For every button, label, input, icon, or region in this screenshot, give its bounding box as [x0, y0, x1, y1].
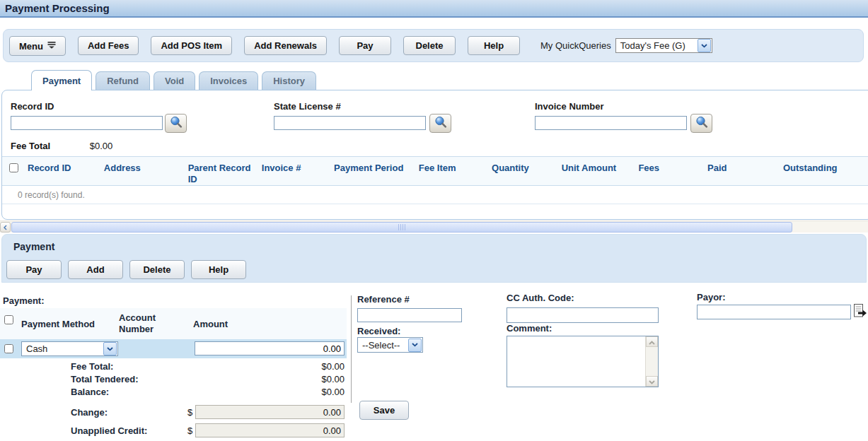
fee-total-summary-label: Fee Total: — [71, 361, 113, 372]
chevron-left-icon — [4, 222, 7, 233]
column-divider — [351, 295, 352, 403]
change-input — [195, 405, 345, 419]
reference-label: Reference # — [357, 294, 410, 305]
add-renewals-button[interactable]: Add Renewals — [244, 36, 327, 55]
fee-column-fees: Fees — [631, 157, 700, 185]
comment-field — [507, 336, 659, 387]
fee-total-summary-value: $0.00 — [212, 361, 345, 372]
payment-form-label: Payment: — [3, 295, 45, 306]
fee-table-empty-row: 0 record(s) found. — [2, 186, 868, 204]
invoice-number-label: Invoice Number — [535, 101, 604, 112]
cc-auth-code-label: CC Auth. Code: — [507, 293, 574, 303]
balance-value: $0.00 — [212, 387, 345, 397]
fee-column-record-id: Record ID — [21, 157, 97, 185]
delete-button[interactable]: Delete — [403, 36, 456, 55]
payor-label: Payor: — [697, 292, 725, 302]
chevron-down-icon — [103, 342, 117, 355]
tab-history[interactable]: History — [262, 71, 316, 90]
fee-total-row: Fee Total $0.00 — [11, 141, 112, 151]
column-payment-method: Payment Method — [21, 319, 95, 329]
select-all-checkbox[interactable] — [9, 163, 18, 172]
received-select[interactable]: --Select-- — [357, 337, 423, 353]
chevron-up-icon — [649, 336, 655, 347]
pay-button[interactable]: Pay — [339, 36, 391, 55]
invoice-number-input[interactable] — [535, 116, 687, 130]
record-id-label: Record ID — [11, 101, 54, 112]
scrollbar-grip — [398, 224, 405, 230]
state-license-input[interactable] — [274, 116, 426, 130]
fee-total-value: $0.00 — [90, 141, 113, 151]
column-account-number: Account Number — [119, 312, 168, 335]
section-help-button[interactable]: Help — [191, 260, 246, 279]
payment-method-select[interactable]: Cash — [21, 341, 118, 356]
payment-section-buttons: Pay Add Delete Help — [6, 260, 246, 279]
change-label: Change: — [71, 407, 108, 418]
quickqueries-select[interactable]: Today's Fee (G) — [615, 38, 712, 53]
page-title: Payment Processing — [0, 0, 868, 14]
unapplied-credit-label: Unapplied Credit: — [71, 425, 147, 436]
scrollbar-thumb[interactable] — [11, 222, 792, 233]
fee-column-payment-period: Payment Period — [327, 157, 412, 185]
fee-column-fee-item: Fee Item — [412, 157, 485, 185]
received-label: Received: — [357, 326, 400, 336]
tab-bar: Payment Refund Void Invoices History — [31, 71, 320, 90]
fee-column-unit-amount: Unit Amount — [555, 157, 632, 185]
record-id-input[interactable] — [11, 116, 163, 130]
fee-column-paid: Paid — [700, 157, 776, 185]
payment-method-table-header: Payment Method Account Number Amount — [0, 308, 347, 339]
payor-lookup-button[interactable] — [853, 303, 867, 319]
record-id-search-button[interactable] — [165, 114, 187, 133]
tab-payment[interactable]: Payment — [31, 70, 92, 90]
section-pay-button[interactable]: Pay — [6, 260, 62, 279]
quickqueries-label: My QuickQueries — [540, 40, 611, 51]
scroll-up-button[interactable] — [646, 336, 658, 347]
section-delete-button[interactable]: Delete — [129, 260, 185, 279]
fee-total-label: Fee Total — [11, 141, 50, 151]
state-license-search-button[interactable] — [429, 114, 451, 133]
chevron-down-icon — [649, 376, 655, 387]
payment-method-row: Cash — [0, 339, 347, 358]
amount-input[interactable] — [195, 341, 345, 355]
search-icon — [434, 115, 448, 131]
section-add-button[interactable]: Add — [68, 260, 123, 279]
fee-column-address: Address — [97, 157, 181, 185]
unapplied-currency-prefix: $ — [187, 425, 192, 436]
change-currency-prefix: $ — [187, 407, 192, 418]
add-pos-item-button[interactable]: Add POS Item — [151, 36, 232, 55]
menu-dropdown-icon — [47, 40, 56, 51]
payment-method-selected-value: Cash — [22, 343, 103, 354]
title-bar: Payment Processing — [0, 0, 868, 18]
fee-column-invoice: Invoice # — [255, 157, 327, 185]
payment-section-panel: Payment Pay Add Delete Help — [1, 234, 867, 283]
state-license-label: State License # — [274, 101, 341, 112]
save-button[interactable]: Save — [359, 401, 409, 420]
payment-tab-panel: Record ID State License # Invoice Number… — [1, 90, 868, 220]
reference-input[interactable] — [357, 308, 462, 322]
unapplied-credit-input — [195, 423, 345, 437]
payment-rows-select-all-checkbox[interactable] — [4, 315, 13, 324]
scroll-down-button[interactable] — [646, 376, 658, 387]
scroll-left-button[interactable] — [0, 222, 11, 233]
fee-column-parent-record: Parent Record ID — [181, 157, 255, 185]
fee-column-quantity: Quantity — [485, 157, 555, 185]
payor-input[interactable] — [697, 305, 851, 319]
tab-refund[interactable]: Refund — [96, 71, 150, 90]
payor-lookup-icon — [853, 310, 867, 321]
total-tendered-value: $0.00 — [212, 374, 345, 384]
cc-auth-code-input[interactable] — [507, 307, 659, 323]
add-fees-button[interactable]: Add Fees — [78, 36, 139, 55]
total-tendered-label: Total Tendered: — [71, 374, 139, 384]
search-icon — [695, 115, 709, 131]
chevron-down-icon — [408, 339, 422, 352]
payment-row-checkbox[interactable] — [4, 344, 13, 353]
menu-button[interactable]: Menu — [9, 36, 66, 56]
chevron-down-icon — [698, 39, 711, 52]
comment-scrollbar[interactable] — [645, 336, 658, 387]
search-icon — [169, 115, 183, 131]
comment-textarea[interactable] — [507, 336, 649, 389]
horizontal-scrollbar[interactable] — [0, 220, 868, 233]
invoice-number-search-button[interactable] — [690, 114, 712, 133]
tab-void[interactable]: Void — [154, 71, 195, 90]
help-button[interactable]: Help — [468, 36, 520, 55]
tab-invoices[interactable]: Invoices — [199, 71, 258, 90]
